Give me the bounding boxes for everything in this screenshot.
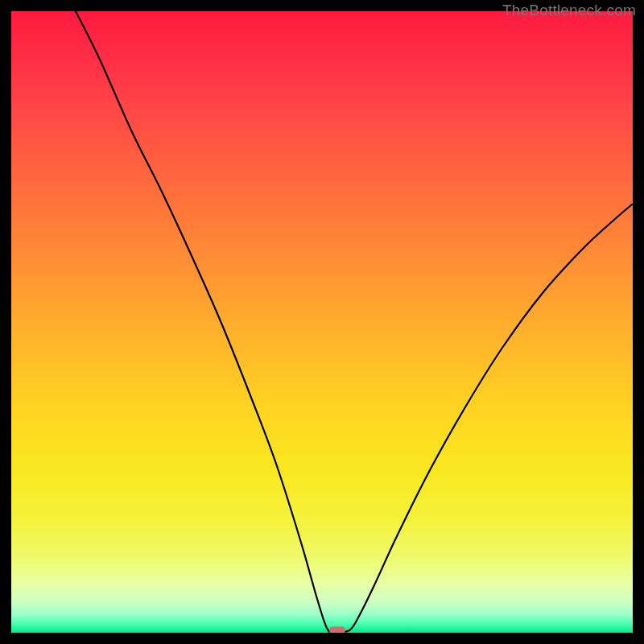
optimal-point-marker bbox=[329, 627, 345, 634]
chart-frame: TheBottleneck.com bbox=[0, 0, 644, 644]
bottleneck-curve bbox=[11, 11, 633, 633]
plot-area bbox=[11, 11, 633, 633]
watermark-text: TheBottleneck.com bbox=[502, 2, 636, 19]
